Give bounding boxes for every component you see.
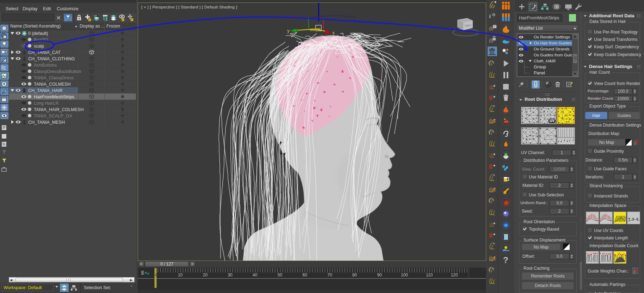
svg-text:x: x — [332, 30, 335, 36]
svg-text:?: ? — [503, 255, 508, 265]
svg-text:y: y — [287, 28, 290, 33]
svg-text:i: i — [489, 13, 491, 19]
